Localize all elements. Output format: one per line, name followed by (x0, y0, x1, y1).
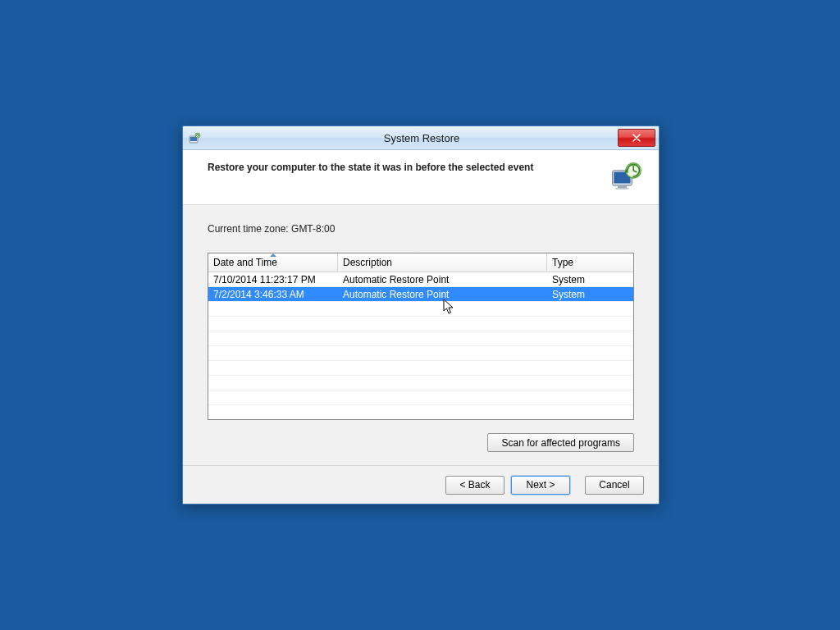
col-description[interactable]: Description (338, 253, 547, 272)
wizard-footer: < Back Next > Cancel (183, 465, 659, 504)
restore-points-list[interactable]: Date and Time Description Type 7/10/2014… (208, 253, 634, 420)
table-row[interactable]: 7/10/2014 11:23:17 PMAutomatic Restore P… (208, 272, 633, 287)
wizard-heading: Restore your computer to the state it wa… (208, 160, 603, 173)
cell-type: System (547, 274, 632, 285)
table-row[interactable]: 7/2/2014 3:46:33 AMAutomatic Restore Poi… (208, 287, 633, 302)
cell-date: 7/2/2014 3:46:33 AM (208, 289, 338, 300)
window-title: System Restore (185, 132, 659, 144)
restore-monitor-clock-icon (608, 160, 644, 196)
table-row (208, 302, 633, 317)
system-restore-window: System Restore Restore your computer to … (182, 126, 660, 504)
table-row (208, 405, 633, 420)
titlebar: System Restore (183, 126, 659, 150)
scan-affected-programs-button[interactable]: Scan for affected programs (487, 433, 634, 452)
col-date[interactable]: Date and Time (208, 253, 338, 272)
svg-rect-6 (618, 185, 627, 188)
close-button[interactable] (618, 129, 655, 147)
cell-date: 7/10/2014 11:23:17 PM (208, 274, 338, 285)
cell-type: System (547, 289, 632, 300)
col-type[interactable]: Type (547, 253, 632, 272)
table-row (208, 346, 633, 361)
list-header: Date and Time Description Type (208, 253, 633, 272)
table-row (208, 390, 633, 405)
table-row (208, 317, 633, 331)
col-description-label: Description (343, 257, 392, 268)
cell-description: Automatic Restore Point (338, 274, 547, 285)
sort-ascending-icon (270, 253, 276, 257)
col-date-label: Date and Time (213, 257, 277, 268)
table-row (208, 376, 633, 390)
timezone-label: Current time zone: GMT-8:00 (208, 223, 634, 235)
table-row (208, 361, 633, 376)
cell-description: Automatic Restore Point (338, 289, 547, 300)
table-row (208, 331, 633, 346)
col-type-label: Type (552, 257, 573, 268)
wizard-header: Restore your computer to the state it wa… (183, 150, 659, 205)
back-button[interactable]: < Back (445, 476, 504, 495)
next-button[interactable]: Next > (511, 476, 570, 495)
cancel-button[interactable]: Cancel (585, 476, 644, 495)
svg-rect-7 (615, 188, 629, 189)
wizard-body: Current time zone: GMT-8:00 Date and Tim… (183, 205, 659, 465)
